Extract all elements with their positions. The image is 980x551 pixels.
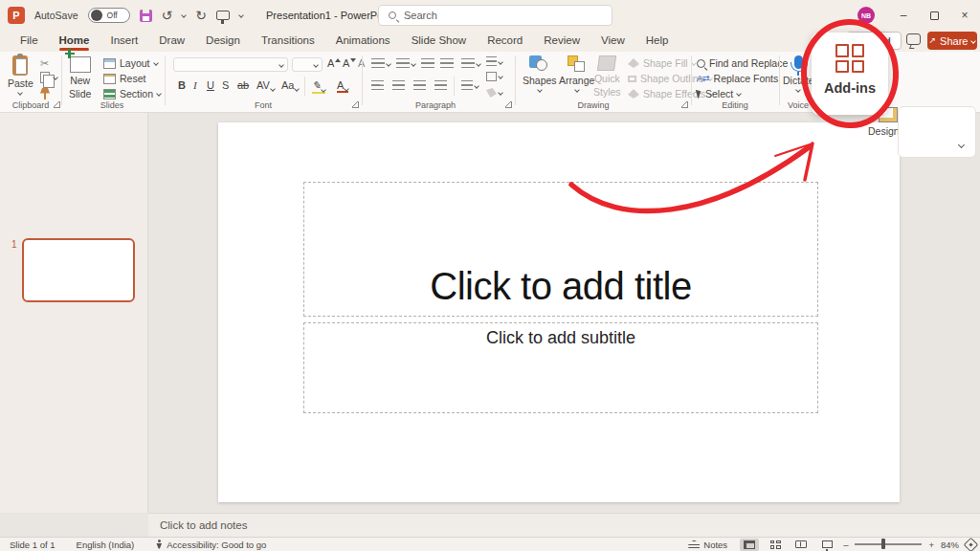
add-ins-button[interactable]: Add-ins [812, 33, 888, 115]
start-slideshow-icon[interactable] [216, 11, 230, 20]
shape-fill-button[interactable]: Shape Fill [628, 57, 696, 69]
tab-animations[interactable]: Animations [325, 31, 401, 52]
replace-fonts-label: Replace Fonts [714, 73, 779, 84]
subtitle-placeholder[interactable]: Click to add subtitle [303, 322, 818, 413]
copy-button[interactable] [40, 72, 57, 83]
slideshow-icon [822, 540, 833, 548]
paste-button[interactable]: Paste [8, 55, 33, 95]
shrink-font-button[interactable]: A [343, 57, 356, 69]
save-icon[interactable] [140, 10, 152, 22]
section-button[interactable]: Section [103, 88, 161, 99]
accessibility-status[interactable]: Accessibility: Good to go [155, 540, 266, 550]
change-case-button[interactable]: Aa [281, 79, 299, 91]
increase-indent-button[interactable] [440, 58, 454, 70]
tab-review[interactable]: Review [533, 31, 590, 52]
zoom-out-button[interactable]: – [843, 540, 848, 550]
align-left-button[interactable] [371, 80, 384, 91]
zoom-level[interactable]: 84% [941, 540, 959, 550]
select-button[interactable]: Select [697, 88, 741, 99]
justify-button[interactable] [434, 80, 447, 91]
minimize-button[interactable]: – [888, 0, 919, 31]
arrange-button[interactable]: Arrange [559, 55, 594, 92]
collapse-ribbon-icon[interactable] [958, 142, 965, 148]
bold-button[interactable]: B [178, 79, 186, 91]
paragraph-launcher[interactable] [505, 101, 512, 108]
grow-font-button[interactable]: A [327, 57, 341, 69]
tab-help[interactable]: Help [635, 31, 679, 52]
strikethrough-button[interactable]: ab [237, 79, 249, 91]
normal-view-button[interactable] [740, 539, 759, 551]
slide-canvas[interactable]: Click to add title Click to add subtitle [218, 122, 900, 502]
font-name-combo[interactable] [173, 57, 288, 72]
avatar[interactable]: NB [858, 7, 875, 24]
search-input[interactable]: Search [378, 5, 612, 26]
convert-smartart-button[interactable] [486, 88, 502, 98]
character-spacing-button[interactable]: AV [256, 79, 275, 91]
italic-button[interactable]: I [193, 79, 197, 91]
share-button[interactable]: ↗ Share [927, 32, 977, 50]
decrease-indent-button[interactable] [421, 58, 434, 70]
replace-fonts-button[interactable]: A⇄Replace Fonts [697, 73, 778, 84]
font-color-button[interactable]: A [337, 79, 348, 91]
tab-transitions[interactable]: Transitions [251, 31, 325, 52]
tab-record[interactable]: Record [477, 31, 533, 52]
dictate-button[interactable]: Dictate [783, 55, 814, 92]
slide-sorter-view-button[interactable] [766, 539, 785, 551]
new-slide-button[interactable]: New Slide [69, 56, 91, 99]
zoom-slider[interactable] [855, 543, 922, 544]
shape-outline-icon [628, 76, 636, 82]
drawing-launcher[interactable] [681, 101, 688, 108]
quick-access-overflow-icon[interactable] [238, 12, 244, 18]
line-spacing-button[interactable] [461, 58, 480, 70]
restore-button[interactable] [919, 0, 949, 31]
slideshow-view-button[interactable] [817, 539, 836, 551]
undo-icon[interactable]: ↺ [162, 8, 173, 23]
tab-design[interactable]: Design [195, 31, 251, 52]
find-replace-button[interactable]: Find and Replace [697, 57, 788, 69]
layout-button[interactable]: Layout [103, 57, 158, 69]
text-direction-button[interactable] [486, 56, 502, 68]
comments-button[interactable] [906, 33, 924, 48]
redo-icon[interactable]: ↻ [195, 8, 207, 23]
reading-view-button[interactable] [791, 539, 811, 551]
slide-thumbnail[interactable] [22, 238, 135, 302]
bullets-button[interactable] [371, 58, 390, 70]
tab-home[interactable]: Home [49, 31, 100, 52]
text-shadow-button[interactable]: S [222, 79, 229, 91]
increase-indent-icon [440, 58, 454, 70]
font-color-dropdown-icon [345, 86, 350, 92]
format-painter-button[interactable] [40, 88, 50, 99]
section-label: Section [120, 88, 153, 99]
cut-button[interactable]: ✂ [40, 57, 49, 70]
clipboard-launcher[interactable] [54, 101, 60, 108]
undo-dropdown-icon[interactable] [181, 12, 187, 18]
new-slide-label-2: Slide [69, 88, 91, 99]
notes-pane[interactable]: Click to add notes [148, 513, 980, 537]
highlight-color-button[interactable]: ✎ [312, 79, 325, 92]
autosave-toggle[interactable]: Off [88, 8, 130, 23]
character-spacing-label: AV [256, 79, 270, 91]
fit-slide-icon[interactable] [964, 537, 979, 551]
numbering-button[interactable] [396, 58, 415, 70]
underline-button[interactable]: U [207, 79, 214, 91]
tab-view[interactable]: View [590, 31, 635, 52]
tab-slide-show[interactable]: Slide Show [401, 31, 478, 52]
align-right-button[interactable] [413, 80, 426, 91]
title-placeholder[interactable]: Click to add title [303, 182, 818, 317]
language-indicator[interactable]: English (India) [77, 540, 135, 550]
shapes-button[interactable]: Shapes [523, 55, 557, 92]
tab-insert[interactable]: Insert [100, 31, 148, 52]
quick-styles-button[interactable]: Quick Styles [593, 55, 621, 98]
notes-toggle-button[interactable]: Notes [688, 540, 727, 550]
font-size-combo[interactable] [292, 57, 323, 72]
align-text-button[interactable] [486, 72, 502, 81]
reset-button[interactable]: Reset [103, 73, 145, 84]
tab-draw[interactable]: Draw [148, 31, 195, 52]
columns-button[interactable] [461, 80, 479, 92]
zoom-slider-thumb[interactable] [881, 539, 885, 549]
tab-file[interactable]: File [10, 31, 49, 52]
close-button[interactable]: × [949, 0, 980, 31]
align-center-button[interactable] [392, 80, 405, 91]
font-launcher[interactable] [352, 101, 359, 108]
zoom-in-button[interactable]: + [928, 540, 934, 550]
